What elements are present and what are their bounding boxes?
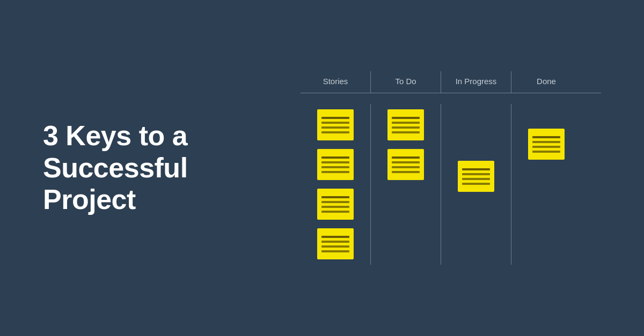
card-line	[321, 245, 349, 248]
card-line	[321, 117, 349, 119]
card-line	[321, 241, 349, 243]
card-story-4	[317, 228, 354, 259]
card-line	[532, 141, 560, 143]
card-line	[392, 171, 420, 173]
right-section: Stories To Do In Progress Done	[301, 71, 601, 265]
card-line	[462, 183, 490, 185]
card-story-1	[317, 109, 354, 140]
card-line	[462, 173, 490, 175]
col-header-stories: Stories	[301, 72, 370, 92]
card-line	[321, 236, 349, 238]
headline: 3 Keys to a Successful Project	[43, 120, 258, 216]
left-section: 3 Keys to a Successful Project	[43, 120, 258, 216]
kanban-col-done	[511, 104, 581, 265]
card-line	[462, 178, 490, 180]
card-line	[321, 171, 349, 173]
card-line	[392, 117, 420, 119]
kanban-col-stories	[301, 104, 370, 265]
col-header-inprogress: In Progress	[441, 72, 511, 92]
card-todo-1	[387, 109, 424, 140]
headline-line2: Successful Project	[43, 152, 188, 215]
card-line	[462, 168, 490, 170]
kanban-body	[301, 93, 601, 265]
card-line	[392, 156, 420, 159]
card-line	[321, 126, 349, 129]
card-line	[321, 156, 349, 159]
kanban-col-todo	[371, 104, 441, 265]
card-done-1	[528, 129, 565, 160]
card-line	[532, 146, 560, 148]
card-line	[392, 166, 420, 168]
headline-line1: 3 Keys to a	[43, 120, 187, 151]
card-todo-2	[387, 149, 424, 180]
card-line	[392, 122, 420, 124]
card-line	[532, 151, 560, 153]
kanban-col-inprogress	[441, 104, 511, 265]
kanban-board: Stories To Do In Progress Done	[301, 71, 601, 265]
card-line	[321, 122, 349, 124]
card-line	[532, 136, 560, 138]
col-header-done: Done	[511, 72, 581, 92]
card-line	[321, 166, 349, 168]
card-line	[392, 126, 420, 129]
kanban-header: Stories To Do In Progress Done	[301, 71, 601, 93]
card-line	[321, 196, 349, 198]
card-line	[321, 250, 349, 252]
card-line	[321, 131, 349, 133]
card-line	[321, 161, 349, 163]
card-line	[392, 131, 420, 133]
card-line	[321, 206, 349, 208]
card-story-2	[317, 149, 354, 180]
card-line	[392, 161, 420, 163]
col-header-todo: To Do	[371, 72, 441, 92]
card-inprogress-1	[458, 161, 494, 192]
card-line	[321, 201, 349, 203]
card-story-3	[317, 189, 354, 220]
card-line	[321, 211, 349, 213]
main-container: 3 Keys to a Successful Project Stories T…	[0, 0, 644, 336]
